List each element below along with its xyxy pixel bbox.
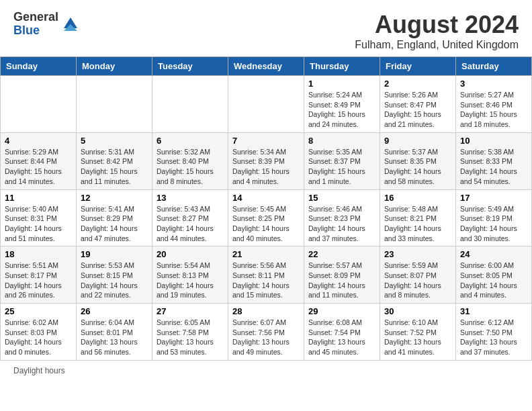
calendar-cell: 16Sunrise: 5:48 AM Sunset: 8:21 PM Dayli… (380, 189, 456, 246)
day-number: 6 (157, 136, 224, 146)
day-info: Sunrise: 5:48 AM Sunset: 8:21 PM Dayligh… (384, 204, 451, 244)
day-info: Sunrise: 5:27 AM Sunset: 8:46 PM Dayligh… (460, 90, 527, 130)
page-wrapper: General Blue August 2024 Fulham, England… (0, 0, 532, 381)
calendar-cell (228, 76, 304, 133)
calendar-cell: 1Sunrise: 5:24 AM Sunset: 8:49 PM Daylig… (304, 76, 380, 133)
calendar-cell: 10Sunrise: 5:38 AM Sunset: 8:33 PM Dayli… (456, 132, 532, 189)
calendar-cell: 31Sunrise: 6:12 AM Sunset: 7:50 PM Dayli… (456, 304, 532, 361)
day-info: Sunrise: 6:12 AM Sunset: 7:50 PM Dayligh… (460, 318, 527, 357)
calendar-cell: 14Sunrise: 5:45 AM Sunset: 8:25 PM Dayli… (228, 189, 304, 246)
calendar-cell (152, 76, 228, 133)
day-number: 18 (5, 249, 72, 259)
day-number: 1 (308, 79, 375, 89)
subtitle: Fulham, England, United Kingdom (355, 39, 519, 51)
day-info: Sunrise: 6:05 AM Sunset: 7:58 PM Dayligh… (157, 318, 224, 357)
day-info: Sunrise: 5:49 AM Sunset: 8:19 PM Dayligh… (460, 204, 527, 244)
calendar-day-header: Tuesday (152, 57, 228, 76)
day-number: 10 (460, 136, 527, 146)
calendar-day-header: Monday (77, 57, 152, 76)
day-number: 15 (308, 193, 375, 203)
calendar-cell: 7Sunrise: 5:34 AM Sunset: 8:39 PM Daylig… (228, 132, 304, 189)
daylight-label: Daylight hours (13, 366, 65, 375)
calendar-cell: 6Sunrise: 5:32 AM Sunset: 8:40 PM Daylig… (152, 132, 228, 189)
day-number: 4 (5, 136, 72, 146)
day-info: Sunrise: 5:29 AM Sunset: 8:44 PM Dayligh… (5, 147, 72, 187)
day-number: 21 (232, 249, 300, 259)
day-info: Sunrise: 5:46 AM Sunset: 8:23 PM Dayligh… (308, 204, 375, 244)
day-number: 11 (5, 193, 72, 203)
day-number: 22 (308, 249, 375, 259)
calendar-cell: 29Sunrise: 6:08 AM Sunset: 7:54 PM Dayli… (304, 304, 380, 361)
calendar-cell: 9Sunrise: 5:37 AM Sunset: 8:35 PM Daylig… (380, 132, 456, 189)
day-info: Sunrise: 6:02 AM Sunset: 8:03 PM Dayligh… (5, 318, 72, 357)
calendar-week-row: 4Sunrise: 5:29 AM Sunset: 8:44 PM Daylig… (1, 132, 532, 189)
day-info: Sunrise: 5:41 AM Sunset: 8:29 PM Dayligh… (81, 204, 148, 244)
day-info: Sunrise: 5:53 AM Sunset: 8:15 PM Dayligh… (81, 261, 148, 300)
day-info: Sunrise: 5:40 AM Sunset: 8:31 PM Dayligh… (5, 204, 72, 244)
day-info: Sunrise: 5:32 AM Sunset: 8:40 PM Dayligh… (157, 147, 224, 187)
calendar-day-header: Friday (380, 57, 456, 76)
logo-text: General Blue (13, 11, 58, 38)
calendar-cell: 26Sunrise: 6:04 AM Sunset: 8:01 PM Dayli… (77, 304, 152, 361)
calendar-cell: 25Sunrise: 6:02 AM Sunset: 8:03 PM Dayli… (1, 304, 77, 361)
day-number: 7 (232, 136, 300, 146)
calendar-week-row: 1Sunrise: 5:24 AM Sunset: 8:49 PM Daylig… (1, 76, 532, 133)
day-number: 27 (157, 306, 224, 316)
day-info: Sunrise: 5:51 AM Sunset: 8:17 PM Dayligh… (5, 261, 72, 300)
calendar-cell: 20Sunrise: 5:54 AM Sunset: 8:13 PM Dayli… (152, 246, 228, 304)
day-number: 14 (232, 193, 300, 203)
day-info: Sunrise: 5:57 AM Sunset: 8:09 PM Dayligh… (308, 261, 375, 300)
day-info: Sunrise: 5:56 AM Sunset: 8:11 PM Dayligh… (232, 261, 300, 300)
day-number: 25 (5, 306, 72, 316)
day-info: Sunrise: 5:31 AM Sunset: 8:42 PM Dayligh… (81, 147, 148, 187)
day-number: 31 (460, 306, 527, 316)
day-number: 3 (460, 79, 527, 89)
footer: Daylight hours (0, 361, 532, 381)
calendar-cell: 30Sunrise: 6:10 AM Sunset: 7:52 PM Dayli… (380, 304, 456, 361)
day-info: Sunrise: 6:07 AM Sunset: 7:56 PM Dayligh… (232, 318, 300, 357)
day-number: 17 (460, 193, 527, 203)
calendar-cell: 24Sunrise: 6:00 AM Sunset: 8:05 PM Dayli… (456, 246, 532, 304)
day-info: Sunrise: 6:08 AM Sunset: 7:54 PM Dayligh… (308, 318, 375, 357)
day-number: 24 (460, 249, 527, 259)
day-number: 5 (81, 136, 148, 146)
day-number: 2 (384, 79, 451, 89)
day-number: 28 (232, 306, 300, 316)
calendar-cell: 17Sunrise: 5:49 AM Sunset: 8:19 PM Dayli… (456, 189, 532, 246)
calendar-cell: 23Sunrise: 5:59 AM Sunset: 8:07 PM Dayli… (380, 246, 456, 304)
calendar-cell: 28Sunrise: 6:07 AM Sunset: 7:56 PM Dayli… (228, 304, 304, 361)
calendar-cell: 21Sunrise: 5:56 AM Sunset: 8:11 PM Dayli… (228, 246, 304, 304)
calendar-cell: 2Sunrise: 5:26 AM Sunset: 8:47 PM Daylig… (380, 76, 456, 133)
calendar-cell: 22Sunrise: 5:57 AM Sunset: 8:09 PM Dayli… (304, 246, 380, 304)
day-number: 12 (81, 193, 148, 203)
calendar-day-header: Thursday (304, 57, 380, 76)
day-info: Sunrise: 5:34 AM Sunset: 8:39 PM Dayligh… (232, 147, 300, 187)
main-title: August 2024 (355, 11, 519, 39)
calendar-cell: 27Sunrise: 6:05 AM Sunset: 7:58 PM Dayli… (152, 304, 228, 361)
logo-icon (61, 15, 80, 34)
calendar-week-row: 18Sunrise: 5:51 AM Sunset: 8:17 PM Dayli… (1, 246, 532, 304)
day-info: Sunrise: 5:38 AM Sunset: 8:33 PM Dayligh… (460, 147, 527, 187)
logo-blue: Blue (13, 24, 58, 38)
calendar-day-header: Saturday (456, 57, 532, 76)
calendar-day-header: Wednesday (228, 57, 304, 76)
calendar-cell: 12Sunrise: 5:41 AM Sunset: 8:29 PM Dayli… (77, 189, 152, 246)
day-number: 26 (81, 306, 148, 316)
calendar-cell: 3Sunrise: 5:27 AM Sunset: 8:46 PM Daylig… (456, 76, 532, 133)
calendar-cell: 5Sunrise: 5:31 AM Sunset: 8:42 PM Daylig… (77, 132, 152, 189)
day-number: 30 (384, 306, 451, 316)
day-number: 19 (81, 249, 148, 259)
day-number: 29 (308, 306, 375, 316)
day-number: 8 (308, 136, 375, 146)
page-header: General Blue August 2024 Fulham, England… (0, 0, 532, 56)
calendar-cell (1, 76, 77, 133)
calendar-cell: 11Sunrise: 5:40 AM Sunset: 8:31 PM Dayli… (1, 189, 77, 246)
calendar-cell: 15Sunrise: 5:46 AM Sunset: 8:23 PM Dayli… (304, 189, 380, 246)
day-info: Sunrise: 5:59 AM Sunset: 8:07 PM Dayligh… (384, 261, 451, 300)
day-info: Sunrise: 5:24 AM Sunset: 8:49 PM Dayligh… (308, 90, 375, 130)
day-info: Sunrise: 6:00 AM Sunset: 8:05 PM Dayligh… (460, 261, 527, 300)
calendar-cell: 19Sunrise: 5:53 AM Sunset: 8:15 PM Dayli… (77, 246, 152, 304)
calendar-week-row: 25Sunrise: 6:02 AM Sunset: 8:03 PM Dayli… (1, 304, 532, 361)
day-number: 13 (157, 193, 224, 203)
logo-general: General (13, 11, 58, 24)
